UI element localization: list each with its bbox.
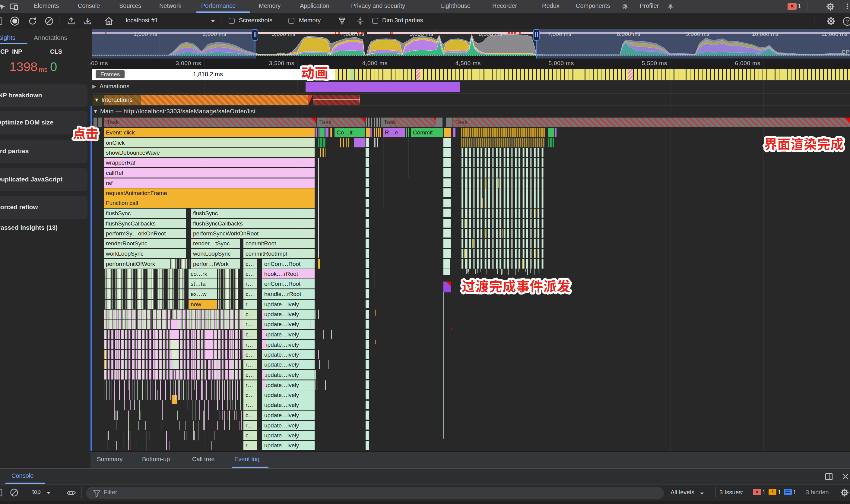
svg-text:?: ? [846, 18, 849, 25]
